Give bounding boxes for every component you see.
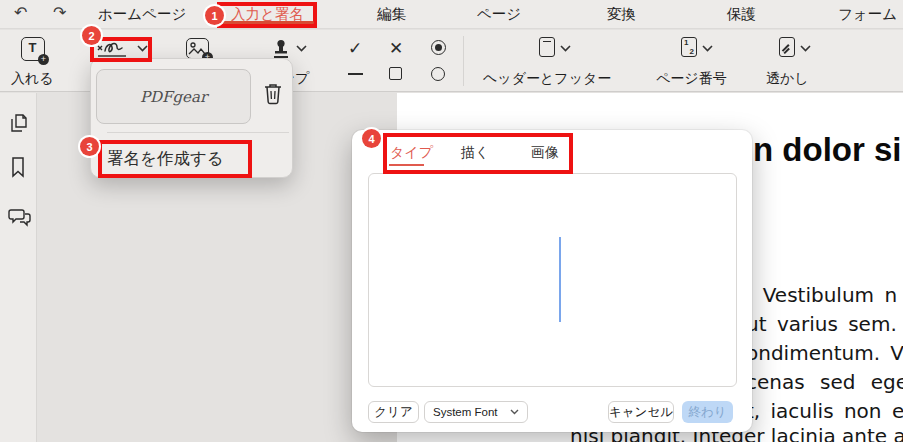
menu-divider: [107, 132, 289, 133]
create-signature-item[interactable]: 署名を作成する: [107, 148, 224, 170]
active-menu-underline: [222, 21, 314, 24]
menu-page[interactable]: ページ: [477, 5, 521, 24]
add-image-icon[interactable]: +: [186, 38, 209, 59]
create-signature-dialog: タイプ 描く 画像 クリア System Font キャンセル 終わり: [352, 130, 752, 432]
active-tab-underline: [389, 164, 424, 166]
bookmark-icon[interactable]: [8, 156, 28, 178]
saved-signature-item[interactable]: PDFgear: [96, 69, 251, 124]
insert-tool-label: 入れる: [11, 70, 54, 88]
menu-form[interactable]: フォーム: [838, 5, 897, 24]
page-number-icon[interactable]: 12: [681, 37, 697, 57]
chevron-down-icon[interactable]: [560, 45, 571, 52]
tab-draw[interactable]: 描く: [461, 144, 489, 162]
redo-icon[interactable]: ↷: [53, 3, 66, 22]
text-caret: [559, 237, 561, 322]
watermark-icon[interactable]: [779, 37, 795, 57]
radio-icon[interactable]: [431, 40, 446, 55]
saved-signature-text: PDFgear: [140, 88, 207, 106]
header-footer-label: ヘッダーとフッター: [483, 70, 611, 88]
document-text-line: t, iaculis non es: [746, 399, 903, 423]
insert-text-icon[interactable]: T +: [21, 37, 45, 61]
menu-edit[interactable]: 編集: [377, 5, 406, 24]
document-text-line: cenas sed ege: [746, 370, 903, 394]
circle-icon[interactable]: [431, 67, 445, 81]
menu-protect[interactable]: 保護: [727, 5, 756, 24]
menu-convert[interactable]: 変換: [607, 5, 636, 24]
document-text-line: ondimentum. V: [746, 341, 903, 365]
toolbar-divider: [463, 36, 464, 86]
pages-panel-icon[interactable]: [8, 112, 30, 134]
chevron-down-icon[interactable]: [137, 45, 148, 52]
signature-dropdown-menu: PDFgear 署名を作成する: [90, 58, 293, 178]
square-icon[interactable]: [389, 67, 402, 80]
done-button[interactable]: 終わり: [682, 401, 733, 423]
tab-image[interactable]: 画像: [531, 144, 559, 162]
menu-home[interactable]: ホームページ: [98, 5, 186, 24]
comments-icon[interactable]: [8, 206, 32, 228]
left-panel-bar: [0, 93, 37, 442]
watermark-label: 透かし: [766, 70, 809, 88]
document-title-text: n dolor si: [753, 131, 902, 169]
cross-icon[interactable]: ✕: [389, 38, 403, 59]
signature-icon[interactable]: [96, 40, 134, 60]
stamp-icon[interactable]: [270, 38, 292, 60]
chevron-down-icon: [510, 409, 519, 415]
font-select[interactable]: System Font: [424, 401, 528, 423]
minus-icon[interactable]: [348, 73, 363, 75]
pdfgear-window: ↶ ↷ ホームページ 入力と署名 編集 ページ 変換 保護 フォーム T + 入…: [0, 0, 903, 442]
header-footer-icon[interactable]: [539, 37, 555, 57]
tab-type[interactable]: タイプ: [390, 144, 433, 162]
document-text-line: . Vestibulum n: [746, 283, 897, 307]
chevron-down-icon[interactable]: [800, 45, 811, 52]
clear-button[interactable]: クリア: [368, 401, 419, 423]
undo-icon[interactable]: ↶: [14, 3, 27, 22]
trash-icon[interactable]: [263, 82, 283, 106]
signature-type-area[interactable]: [368, 173, 737, 387]
check-icon[interactable]: ✓: [348, 38, 362, 59]
chevron-down-icon[interactable]: [702, 45, 713, 52]
font-select-value: System Font: [433, 406, 498, 418]
document-text-line: ut varius sem.: [746, 312, 897, 336]
menu-bar: ↶ ↷ ホームページ 入力と署名 編集 ページ 変換 保護 フォーム: [0, 0, 903, 29]
page-number-label: ページ番号: [656, 70, 727, 88]
cancel-button[interactable]: キャンセル: [608, 401, 674, 423]
chevron-down-icon[interactable]: [296, 45, 307, 52]
